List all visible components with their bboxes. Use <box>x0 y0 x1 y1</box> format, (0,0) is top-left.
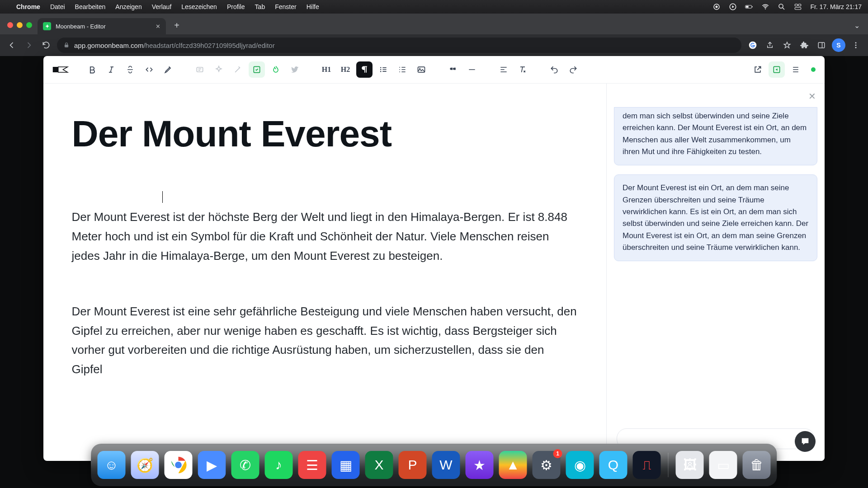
image-button[interactable] <box>413 61 429 78</box>
save-status-indicator <box>811 67 816 72</box>
dock-word[interactable]: W <box>432 451 460 479</box>
bullet-list-button[interactable] <box>375 61 392 78</box>
kebab-menu-icon[interactable] <box>849 38 863 52</box>
highlight-button[interactable] <box>160 61 176 78</box>
dock-trash[interactable]: 🗑 <box>743 451 771 479</box>
tabs-dropdown-icon[interactable]: ⌄ <box>854 21 860 30</box>
svg-rect-13 <box>818 42 825 48</box>
sidepanel-icon[interactable] <box>815 38 828 52</box>
dock-whatsapp[interactable]: ✆ <box>231 451 259 479</box>
dock-imovie[interactable]: ★ <box>466 451 494 479</box>
dock-chrome[interactable] <box>165 451 193 479</box>
tab-title: Moonbeam - Editor <box>56 23 106 30</box>
minimize-window-button[interactable] <box>17 22 23 28</box>
ai-generate-button[interactable] <box>249 61 265 78</box>
document-paragraph[interactable]: Der Mount Everest ist der höchste Berg d… <box>72 207 578 266</box>
svg-rect-4 <box>746 6 749 8</box>
open-external-button[interactable] <box>750 61 766 78</box>
maximize-window-button[interactable] <box>26 22 32 28</box>
strikethrough-button[interactable] <box>122 61 138 78</box>
ai-wand-button[interactable] <box>230 61 246 78</box>
profile-avatar[interactable]: S <box>832 38 845 52</box>
menubar-item[interactable]: Datei <box>50 3 65 10</box>
svg-point-14 <box>855 42 857 43</box>
svg-point-20 <box>380 67 382 69</box>
dock-todoist[interactable]: ☰ <box>298 451 326 479</box>
ai-sparkle-button[interactable] <box>211 61 227 78</box>
address-bar[interactable]: app.gomoonbeam.com/headstart/clfczd39h02… <box>57 38 741 53</box>
app-logo[interactable] <box>52 64 69 75</box>
ai-suggestion-card[interactable]: dem man sich selbst überwinden und seine… <box>614 107 817 165</box>
play-icon[interactable] <box>729 3 737 11</box>
divider-button[interactable] <box>464 61 480 78</box>
dock-drive[interactable]: ▲ <box>499 451 527 479</box>
share-icon[interactable] <box>763 38 777 52</box>
bookmark-star-icon[interactable] <box>780 38 794 52</box>
dock-quicktime[interactable]: Q <box>599 451 627 479</box>
editor-canvas[interactable]: Der Mount Everest Der Mount Everest ist … <box>43 84 607 461</box>
menubar-item[interactable]: Lesezeichen <box>181 3 217 10</box>
svg-rect-8 <box>795 4 798 6</box>
italic-button[interactable] <box>103 61 119 78</box>
help-chat-fab[interactable] <box>795 431 816 452</box>
menubar-clock[interactable]: Fr. 17. März 21:17 <box>810 3 862 10</box>
dock-zoom[interactable]: ▶ <box>198 451 226 479</box>
dock-excel[interactable]: X <box>365 451 393 479</box>
ai-suggestion-card[interactable]: Der Mount Everest ist ein Ort, an dem ma… <box>614 174 817 261</box>
menubar-item[interactable]: Tab <box>255 3 265 10</box>
heading2-button[interactable]: H2 <box>337 61 354 78</box>
blockquote-button[interactable] <box>445 61 461 78</box>
ai-chat-input[interactable] <box>625 435 793 443</box>
dock-powerpoint[interactable]: P <box>399 451 427 479</box>
extensions-icon[interactable] <box>797 38 811 52</box>
svg-point-1 <box>716 6 718 8</box>
menubar-item[interactable]: Verlauf <box>152 3 172 10</box>
close-panel-button[interactable]: ✕ <box>806 90 818 103</box>
document-paragraph[interactable]: Der Mount Everest ist eine sehr gefährli… <box>72 302 578 380</box>
dock-settings[interactable]: ⚙1 <box>533 451 561 479</box>
back-button[interactable] <box>5 39 18 52</box>
dock-preview[interactable]: 🖼 <box>676 451 704 479</box>
dock-finder[interactable]: ☺ <box>98 451 126 479</box>
align-button[interactable] <box>495 61 512 78</box>
close-tab-icon[interactable]: ✕ <box>156 23 160 30</box>
menubar-item[interactable]: Fenster <box>275 3 296 10</box>
battery-icon[interactable] <box>745 3 753 11</box>
control-center-icon[interactable] <box>794 3 802 11</box>
menubar-item[interactable]: Profile <box>227 3 245 10</box>
outline-button[interactable] <box>788 61 804 78</box>
paragraph-button[interactable] <box>356 61 373 78</box>
dock-spotify[interactable]: ♪ <box>265 451 293 479</box>
undo-button[interactable] <box>546 61 562 78</box>
dock-trello[interactable]: ▦ <box>332 451 360 479</box>
dock-screenshot[interactable]: ▭ <box>709 451 737 479</box>
code-button[interactable] <box>141 61 157 78</box>
search-icon[interactable] <box>778 3 786 11</box>
browser-tab[interactable]: ✦ Moonbeam - Editor ✕ <box>38 18 166 34</box>
export-button[interactable] <box>769 61 785 78</box>
forward-button[interactable] <box>23 39 35 52</box>
editor-toolbar: H1 H2 <box>43 56 825 84</box>
wifi-icon[interactable] <box>761 3 769 11</box>
heading1-button[interactable]: H1 <box>318 61 335 78</box>
menubar-item[interactable]: Hilfe <box>307 3 319 10</box>
menubar-item[interactable]: Anzeigen <box>115 3 142 10</box>
close-window-button[interactable] <box>7 22 13 28</box>
document-title[interactable]: Der Mount Everest <box>72 113 578 155</box>
dock-app-teal[interactable]: ◉ <box>566 451 594 479</box>
menubar-app-name[interactable]: Chrome <box>16 3 40 10</box>
bold-button[interactable] <box>84 61 100 78</box>
reload-button[interactable] <box>40 39 52 52</box>
redo-button[interactable] <box>565 61 581 78</box>
clear-format-button[interactable] <box>514 61 531 78</box>
menubar-item[interactable]: Bearbeiten <box>75 3 106 10</box>
ordered-list-button[interactable] <box>394 61 410 78</box>
new-tab-button[interactable]: + <box>170 18 184 33</box>
ai-rewrite-button[interactable] <box>192 61 208 78</box>
google-account-icon[interactable] <box>746 38 760 52</box>
record-icon[interactable] <box>712 3 721 11</box>
dock-safari[interactable]: 🧭 <box>131 451 159 479</box>
twitter-button[interactable] <box>287 61 303 78</box>
ai-flame-button[interactable] <box>268 61 284 78</box>
dock-voice-memos[interactable]: ⎍ <box>633 451 661 479</box>
